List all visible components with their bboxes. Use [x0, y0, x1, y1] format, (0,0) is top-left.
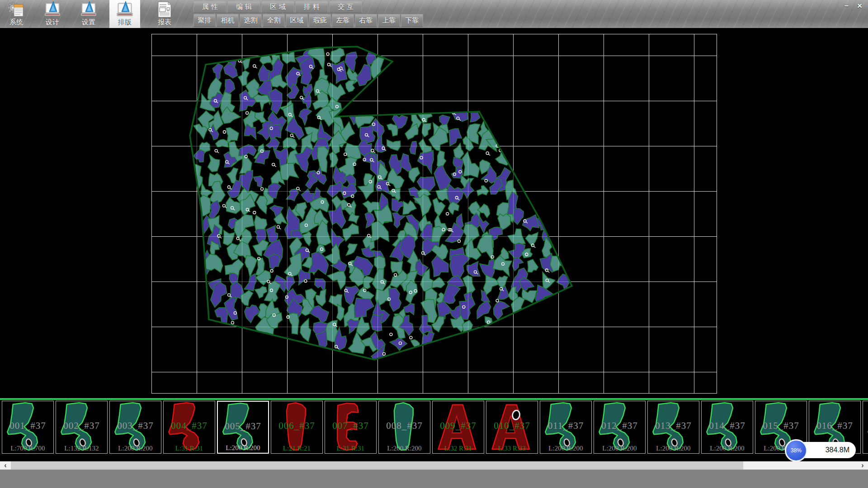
ruler-icon: [80, 1, 98, 18]
tool-select-cut[interactable]: 选割: [240, 14, 262, 27]
thumbnail-002[interactable]: 002_#37L:132 R:132: [56, 401, 108, 454]
menu-attributes[interactable]: 属性: [193, 1, 226, 13]
hide-shape-preview: [863, 401, 868, 453]
tool-align-left[interactable]: 左靠: [332, 14, 354, 27]
thumbnail-011[interactable]: 011_#37L:200 R:200: [540, 401, 592, 454]
menu-interact[interactable]: 交互: [329, 1, 362, 13]
hide-shape-preview: [56, 401, 107, 453]
tool-cluster[interactable]: 聚排: [193, 14, 216, 27]
progress-badge: 38%: [785, 439, 807, 462]
tab-label: 报表: [158, 18, 171, 26]
gear-icon: [7, 1, 25, 18]
thumbnail-017[interactable]: 017_#37L:200 R:200: [863, 401, 868, 454]
tool-align-bottom[interactable]: 下靠: [401, 14, 423, 27]
tab-design[interactable]: 设计: [37, 0, 68, 28]
ruler-icon: [43, 1, 61, 18]
hide-shape-preview: [594, 401, 645, 453]
minimize-button[interactable]: –: [841, 1, 852, 10]
tool-align-top[interactable]: 上靠: [378, 14, 400, 27]
horizontal-scrollbar[interactable]: ‹ ›: [0, 461, 868, 469]
tool-cut-all[interactable]: 全割: [263, 14, 285, 27]
nesting-canvas[interactable]: [0, 28, 868, 399]
tool-defect[interactable]: 瑕疵: [309, 14, 331, 27]
tab-label: 排版: [118, 18, 132, 26]
scrollbar-thumb[interactable]: [11, 461, 743, 469]
hide-shape-preview: [110, 401, 161, 453]
close-button[interactable]: ×: [854, 1, 865, 10]
tab-label: 设计: [46, 18, 59, 26]
menu-nesting[interactable]: 排料: [295, 1, 328, 13]
hide-shape-preview: [486, 401, 538, 453]
tab-label: 设置: [82, 18, 95, 26]
thumbnail-003[interactable]: 003_#37L:200 R:200: [109, 401, 161, 454]
tab-settings[interactable]: 设置: [73, 0, 104, 28]
thumbnail-012[interactable]: 012_#37L:200 R:200: [594, 401, 646, 454]
thumbnail-005[interactable]: 005_#37L:200 R:200: [217, 401, 269, 454]
hide-thumbnail-strip: 001_#37L:700 R:700002_#37L:132 R:132003_…: [0, 400, 868, 455]
scroll-left-arrow[interactable]: ‹: [0, 461, 11, 469]
tool-camera[interactable]: 相机: [217, 14, 239, 27]
menu-row: 属性编辑区域排料交互: [193, 1, 363, 13]
thumbnail-001[interactable]: 001_#37L:700 R:700: [2, 401, 54, 454]
hide-shape-preview: [540, 401, 591, 453]
menu-region[interactable]: 区域: [261, 1, 294, 13]
tool-align-right[interactable]: 右靠: [355, 14, 377, 27]
thumbnail-004[interactable]: 004_#37L:31 R:31: [163, 401, 215, 454]
report-icon: [156, 1, 174, 18]
scroll-right-arrow[interactable]: ›: [857, 461, 868, 469]
ruler-icon: [116, 1, 134, 18]
thumbnail-008[interactable]: 008_#37L:200 R:200: [378, 401, 430, 454]
hide-shape-preview: [648, 401, 699, 453]
menu-edit[interactable]: 编辑: [227, 1, 260, 13]
hide-shape-preview: [271, 401, 322, 453]
tool-region[interactable]: 区域: [286, 14, 308, 27]
thumbnail-010[interactable]: 010_#37L:33 R:33: [486, 401, 538, 454]
progress-value: 38%: [791, 447, 802, 454]
thumbnail-014[interactable]: 014_#37L:200 R:200: [701, 401, 753, 454]
status-bar: [0, 469, 868, 488]
hide-shape-preview: [2, 401, 53, 453]
hide-shape-preview: [164, 401, 215, 453]
hide-shape-preview: [218, 402, 268, 453]
window-controls: – ×: [841, 1, 865, 10]
tab-report[interactable]: 报表: [149, 0, 180, 28]
thumbnail-006[interactable]: 006_#37L:21 R:21: [271, 401, 323, 454]
tab-system[interactable]: 系统: [1, 0, 32, 28]
tab-layout[interactable]: 排版: [109, 0, 140, 28]
hide-shape-preview: [433, 401, 484, 453]
ribbon-toolbar: 系统设计设置排版报表 属性编辑区域排料交互 聚排相机选割全割区域瑕疵左靠右靠上靠…: [0, 0, 868, 28]
hide-shape-preview: [379, 401, 430, 453]
thumbnail-009[interactable]: 009_#37L:32 R:31: [432, 401, 484, 454]
tab-label: 系统: [9, 18, 23, 26]
hide-shape-preview: [702, 401, 753, 453]
memory-value: 384.8M: [826, 446, 849, 454]
hide-shape-preview: [325, 401, 376, 453]
thumbnail-013[interactable]: 013_#37L:200 R:200: [647, 401, 699, 454]
tool-row: 聚排相机选割全割区域瑕疵左靠右靠上靠下靠: [193, 14, 424, 27]
app-window: 系统设计设置排版报表 属性编辑区域排料交互 聚排相机选割全割区域瑕疵左靠右靠上靠…: [0, 0, 868, 488]
thumbnail-007[interactable]: 007_#37L:31 R:31: [325, 401, 377, 454]
